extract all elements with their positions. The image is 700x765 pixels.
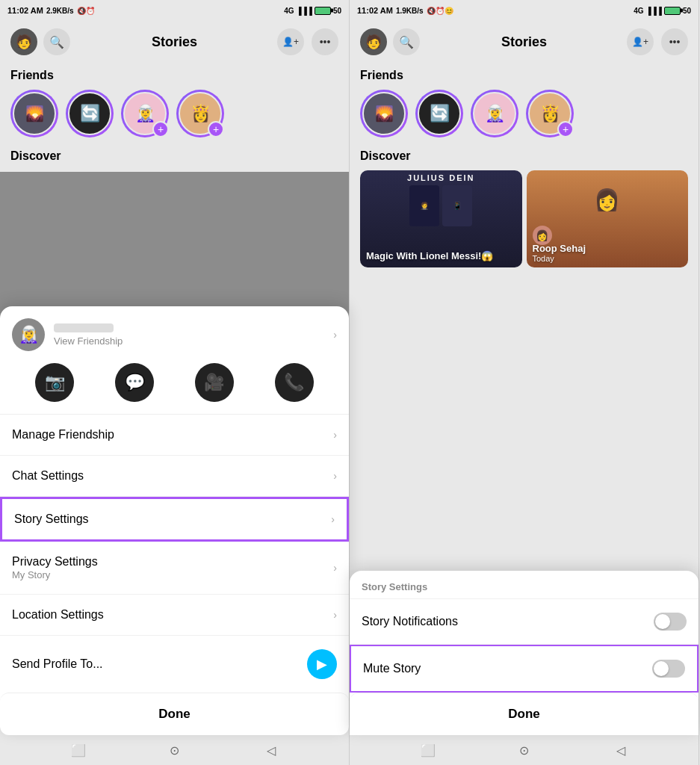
story-settings-header: Story Settings bbox=[350, 571, 699, 599]
story-r-avatar-1: 🌄 bbox=[362, 92, 406, 135]
view-friendship-label: View Friendship bbox=[54, 335, 324, 347]
search-button-right[interactable]: 🔍 bbox=[393, 28, 420, 55]
page-title-left: Stories bbox=[152, 34, 197, 50]
mute-story-row[interactable]: Mute Story bbox=[350, 645, 699, 693]
user-avatar-right[interactable]: 🧑 bbox=[360, 28, 387, 55]
status-time-right: 11:02 AM 1.9KB/s 🔇⏰😊 bbox=[357, 6, 453, 15]
story-r-avatar-3: 🧝‍♀️ bbox=[473, 92, 516, 135]
dim-overlay-left bbox=[0, 172, 349, 321]
friends-label-right: Friends bbox=[350, 63, 699, 87]
privacy-settings-subtitle: My Story bbox=[12, 569, 333, 580]
add-friend-button-right[interactable]: 👤+ bbox=[627, 28, 654, 55]
manage-friendship-item[interactable]: Manage Friendship › bbox=[0, 415, 349, 456]
stories-row-right: 🌄 🔄 🧝‍♀️ 👸 + bbox=[350, 87, 699, 143]
more-button-left[interactable]: ••• bbox=[312, 28, 338, 55]
nav-back-icon-right[interactable]: ◁ bbox=[613, 742, 629, 758]
location-settings-item[interactable]: Location Settings › bbox=[0, 595, 349, 636]
top-nav-left: 🧑 🔍 Stories 👤+ ••• bbox=[0, 21, 349, 63]
profile-name-blurred bbox=[54, 323, 114, 332]
send-profile-btn[interactable]: ▶ bbox=[307, 649, 337, 679]
story-avatar-2: 🔄 bbox=[68, 92, 111, 135]
mute-story-label: Mute Story bbox=[363, 662, 652, 675]
nav-home-icon-left[interactable]: ⊙ bbox=[167, 742, 183, 758]
battery-icon-right bbox=[664, 7, 681, 15]
profile-avatar: 🧝‍♀️ bbox=[12, 318, 45, 351]
send-profile-item[interactable]: Send Profile To... ▶ bbox=[0, 636, 349, 693]
camera-action-btn[interactable]: 📷 bbox=[35, 363, 74, 402]
bottom-nav-left: ⬜ ⊙ ◁ bbox=[0, 735, 349, 765]
nav-square-icon-right[interactable]: ⬜ bbox=[420, 742, 436, 758]
story-notifications-toggle[interactable] bbox=[654, 613, 687, 631]
roop-card-text: Roop Sehaj Today bbox=[533, 243, 586, 263]
send-profile-title: Send Profile To... bbox=[12, 657, 307, 671]
nav-right-right: 👤+ ••• bbox=[627, 28, 688, 55]
manage-friendship-chevron: › bbox=[333, 429, 337, 441]
nav-right-left: 👤+ ••• bbox=[277, 28, 338, 55]
profile-row[interactable]: 🧝‍♀️ View Friendship › bbox=[0, 306, 349, 357]
profile-chevron: › bbox=[333, 329, 337, 341]
story-avatar-1: 🌄 bbox=[13, 92, 56, 135]
story-item-1[interactable]: 🌄 bbox=[10, 90, 58, 137]
chat-settings-chevron: › bbox=[333, 470, 337, 482]
story-r-item-3[interactable]: 🧝‍♀️ bbox=[471, 90, 518, 137]
chat-settings-title: Chat Settings bbox=[12, 469, 333, 483]
discover-card-messi[interactable]: JULIUS DEIN 🤵 📱 Magic With Lionel Messi!… bbox=[360, 170, 522, 267]
status-icons-left: 4G ▐▐▐ 50 bbox=[284, 7, 341, 15]
privacy-settings-item[interactable]: Privacy Settings My Story › bbox=[0, 542, 349, 595]
discover-label-right: Discover bbox=[350, 143, 699, 167]
discover-card-roop[interactable]: 👩 👩 Roop Sehaj Today bbox=[527, 170, 689, 267]
stories-row-left: 🌄 🔄 🧝‍♀️ + 👸 + bbox=[0, 87, 349, 143]
more-button-right[interactable]: ••• bbox=[661, 28, 688, 55]
action-icons-row: 📷 💬 🎥 📞 bbox=[0, 357, 349, 415]
story-settings-chevron: › bbox=[331, 513, 335, 525]
add-friend-badge-4: + bbox=[208, 121, 224, 137]
discover-grid-right: JULIUS DEIN 🤵 📱 Magic With Lionel Messi!… bbox=[350, 167, 699, 270]
top-nav-right: 🧑 🔍 Stories 👤+ ••• bbox=[350, 21, 699, 63]
story-r-item-4[interactable]: 👸 + bbox=[526, 90, 574, 137]
status-time-left: 11:02 AM 2.9KB/s 🔇⏰ bbox=[7, 6, 95, 15]
status-bar-right: 11:02 AM 1.9KB/s 🔇⏰😊 4G ▐▐▐ 50 bbox=[350, 0, 699, 21]
privacy-settings-chevron: › bbox=[333, 562, 337, 574]
done-button-left[interactable]: Done bbox=[0, 693, 349, 735]
bottom-nav-right: ⬜ ⊙ ◁ bbox=[350, 735, 699, 765]
status-bar-left: 11:02 AM 2.9KB/s 🔇⏰ 4G ▐▐▐ 50 bbox=[0, 0, 349, 21]
story-notifications-row[interactable]: Story Notifications bbox=[350, 599, 699, 645]
messi-card-text: Magic With Lionel Messi!😱 bbox=[366, 250, 493, 261]
add-friend-badge-3: + bbox=[152, 121, 169, 137]
status-icons-right: 4G ▐▐▐ 50 bbox=[634, 7, 691, 15]
discover-label-left: Discover bbox=[0, 143, 349, 167]
story-notifications-label: Story Notifications bbox=[362, 615, 654, 628]
story-item-2[interactable]: 🔄 bbox=[66, 90, 114, 137]
story-r-item-1[interactable]: 🌄 bbox=[360, 90, 408, 137]
story-settings-item[interactable]: Story Settings › bbox=[0, 497, 349, 542]
privacy-settings-title: Privacy Settings bbox=[12, 555, 333, 569]
story-settings-title: Story Settings bbox=[14, 512, 331, 526]
battery-icon-left bbox=[315, 7, 331, 15]
story-r-avatar-2: 🔄 bbox=[418, 92, 461, 135]
story-item-3[interactable]: 🧝‍♀️ + bbox=[121, 90, 169, 137]
story-item-4[interactable]: 👸 + bbox=[176, 90, 224, 137]
done-button-right[interactable]: Done bbox=[350, 693, 699, 735]
video-action-btn[interactable]: 🎥 bbox=[195, 363, 234, 402]
story-r-item-2[interactable]: 🔄 bbox=[415, 90, 463, 137]
manage-friendship-title: Manage Friendship bbox=[12, 428, 333, 442]
search-button-left[interactable]: 🔍 bbox=[43, 28, 70, 55]
bottom-sheet-left: 🧝‍♀️ View Friendship › 📷 💬 🎥 📞 Manage Fr… bbox=[0, 306, 349, 735]
chat-settings-item[interactable]: Chat Settings › bbox=[0, 456, 349, 497]
nav-square-icon-left[interactable]: ⬜ bbox=[70, 742, 87, 758]
left-panel: 11:02 AM 2.9KB/s 🔇⏰ 4G ▐▐▐ 50 🧑 🔍 Storie… bbox=[0, 0, 350, 765]
right-panel: 11:02 AM 1.9KB/s 🔇⏰😊 4G ▐▐▐ 50 🧑 🔍 Stori… bbox=[350, 0, 699, 765]
nav-home-icon-right[interactable]: ⊙ bbox=[516, 742, 533, 758]
friends-label-left: Friends bbox=[0, 63, 349, 87]
location-settings-chevron: › bbox=[333, 609, 337, 621]
add-friend-button-left[interactable]: 👤+ bbox=[277, 28, 304, 55]
nav-back-icon-left[interactable]: ◁ bbox=[263, 742, 279, 758]
call-action-btn[interactable]: 📞 bbox=[275, 363, 314, 402]
location-settings-title: Location Settings bbox=[12, 608, 333, 622]
page-title-right: Stories bbox=[501, 34, 547, 50]
add-friend-badge-r4: + bbox=[557, 121, 574, 137]
user-avatar-left[interactable]: 🧑 bbox=[10, 28, 37, 55]
mute-story-toggle[interactable] bbox=[652, 660, 685, 678]
story-settings-sheet: Story Settings Story Notifications Mute … bbox=[350, 571, 699, 735]
chat-action-btn[interactable]: 💬 bbox=[115, 363, 154, 402]
